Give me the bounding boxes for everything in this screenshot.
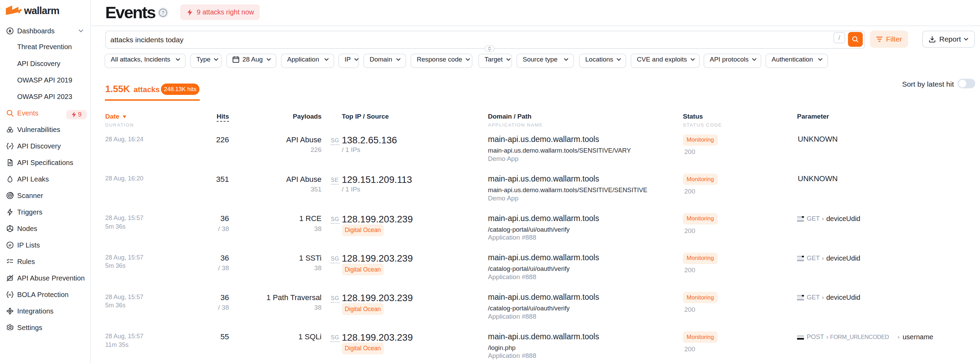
svg-text:?: ? <box>162 10 164 16</box>
svg-text:ID: ID <box>9 293 11 296</box>
svg-text:IP: IP <box>9 244 11 247</box>
